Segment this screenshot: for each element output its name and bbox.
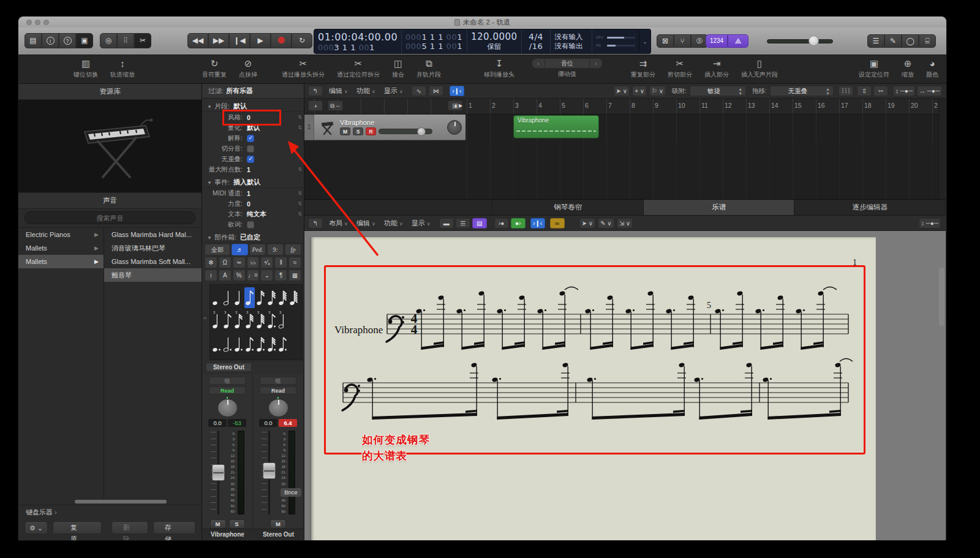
note-duration-cell[interactable]: [255, 334, 266, 355]
loops-icon[interactable]: ◯: [902, 34, 919, 48]
checkbox[interactable]: [247, 221, 254, 228]
note-duration-cell[interactable]: [288, 287, 299, 308]
vertical-zoom-slider[interactable]: ↕ ─●─: [893, 86, 915, 96]
inspector-row[interactable]: 力度:0⇅: [202, 198, 304, 209]
menu-edit[interactable]: 编辑 ∨: [356, 219, 375, 228]
partbox-all-button[interactable]: 全部: [205, 244, 230, 255]
note-duration-cell[interactable]: 3: [277, 311, 288, 331]
inspector-row[interactable]: 歌词:: [202, 219, 304, 230]
tempo-category-icon[interactable]: ♩=: [247, 270, 260, 281]
toolbar-item-keyboard[interactable]: ▥键位切换: [74, 58, 98, 79]
note-duration-cell[interactable]: [211, 334, 222, 355]
snap-select[interactable]: 敏捷▲▼: [690, 86, 746, 96]
bar-ruler[interactable]: ＋ ⧉＋ ▣ 123456789101112131415161718192021…: [304, 99, 946, 115]
track-solo-button[interactable]: S: [353, 127, 363, 135]
volume-thumb[interactable]: [809, 36, 819, 46]
nudge-left-icon[interactable]: ‹: [532, 58, 545, 69]
save-button[interactable]: 存储...: [153, 521, 195, 534]
trill-category-icon[interactable]: ≈: [288, 257, 301, 268]
tuning-fork-icon[interactable]: ⑂: [674, 34, 691, 48]
note-duration-cell[interactable]: [233, 287, 244, 308]
automation-icon[interactable]: ∿: [412, 86, 426, 96]
pan-value[interactable]: 0.0: [208, 419, 227, 427]
note-duration-cell[interactable]: 3: [211, 311, 222, 331]
toolbar-item-spot-erase[interactable]: ⊘点抹掉: [239, 58, 257, 79]
note-duration-cell[interactable]: [211, 287, 222, 308]
menu-view[interactable]: 显示 ∨: [384, 86, 403, 96]
midi-out-icon[interactable]: ●›: [511, 218, 526, 228]
info-icon[interactable]: i: [42, 33, 59, 48]
tuner-icon[interactable]: ◎: [100, 33, 117, 48]
toolbar-item-set-locators[interactable]: ▣设定定位符: [859, 58, 889, 79]
filter-header[interactable]: 过滤:所有乐器: [202, 84, 304, 99]
timesig-category-icon[interactable]: ⁴⁄₄: [260, 257, 273, 268]
dynamics-category-icon[interactable]: fp: [285, 244, 301, 255]
stepper-icon[interactable]: ⇅: [298, 167, 302, 172]
bounce-button[interactable]: Bnce: [281, 488, 301, 497]
pencil-tool-icon[interactable]: ✎ ∨: [598, 218, 614, 228]
note-pads-icon[interactable]: ✎: [884, 34, 902, 48]
pointer-tool-icon[interactable]: ➤ ∨: [614, 86, 630, 96]
back-arrow-icon[interactable]: ↰: [308, 86, 323, 96]
rewind-icon[interactable]: ◀◀: [187, 33, 208, 48]
catch-playhead-icon[interactable]: ›❙‹: [530, 218, 545, 228]
toolbar-item-insert-section[interactable]: ⇥插入部分: [704, 58, 729, 79]
delete-button[interactable]: 删除: [111, 521, 148, 534]
midi-region-vibraphone[interactable]: Vibraphone: [513, 115, 599, 138]
cycle-icon[interactable]: ↻: [292, 33, 312, 48]
count-in-icon[interactable]: 1234: [706, 34, 728, 48]
group-button[interactable]: 组: [209, 377, 246, 385]
media-browser-icon[interactable]: ⌸: [919, 34, 936, 48]
toolbar-item-cut-section[interactable]: ✂剪切部分: [668, 58, 692, 79]
page-view-icon[interactable]: ▤: [472, 218, 487, 228]
nudge-value[interactable]: 音位: [545, 58, 589, 69]
solo-button[interactable]: S: [229, 519, 245, 529]
track-name[interactable]: Vibraphone: [340, 119, 443, 126]
event-section-header[interactable]: ▼事件:插入默认: [202, 176, 304, 188]
help-icon[interactable]: ?: [59, 33, 76, 48]
stepper-icon[interactable]: ⇅: [298, 115, 302, 120]
note-duration-cell[interactable]: [255, 287, 266, 308]
note-duration-cell[interactable]: [222, 334, 233, 355]
note-duration-cell[interactable]: [244, 287, 255, 308]
stepper-icon[interactable]: ⇅: [298, 211, 302, 217]
search-input[interactable]: [24, 211, 195, 224]
mute-button[interactable]: M: [210, 519, 226, 529]
category-item[interactable]: Mallets▶: [18, 255, 104, 268]
secondary-tool-icon[interactable]: + ∨: [632, 86, 647, 96]
note-duration-cell[interactable]: 3: [233, 311, 244, 331]
pan-knob[interactable]: [217, 399, 238, 417]
palette-handle[interactable]: =: [203, 284, 209, 360]
toolbar-item-split-playhead[interactable]: ✂通过播放头拆分: [282, 58, 325, 79]
stepper-icon[interactable]: ⇅: [298, 125, 302, 130]
note-duration-cell[interactable]: [277, 334, 288, 355]
scissors-icon[interactable]: ✂: [134, 33, 151, 48]
inspector-row[interactable]: 文本:纯文本⇅: [202, 209, 304, 219]
note-duration-cell[interactable]: 3: [255, 311, 266, 331]
menu-edit[interactable]: 编辑 ∨: [329, 86, 348, 96]
paragraph-category-icon[interactable]: ¶: [274, 270, 287, 281]
track-volume-slider[interactable]: [379, 129, 432, 134]
toolbar-item-insert-silence[interactable]: ▯插入无声片段: [741, 58, 778, 79]
pedal-category-icon[interactable]: Ped.: [249, 244, 266, 255]
note-duration-cell[interactable]: 3: [222, 311, 233, 331]
fader-thumb[interactable]: [263, 462, 276, 479]
empty-lanes[interactable]: [466, 140, 938, 199]
rest-category-icon[interactable]: ≀: [205, 270, 217, 281]
toolbar-item-join[interactable]: ◫接合: [392, 58, 404, 79]
fit-horizontal-icon[interactable]: ⇿: [873, 86, 888, 96]
flex-icon[interactable]: ⋈: [429, 86, 443, 96]
playhead-marker[interactable]: ▶: [459, 103, 462, 108]
lcd-mode-chevron-icon[interactable]: ⌄: [639, 29, 651, 54]
go-to-beginning-icon[interactable]: ❙◀: [229, 33, 250, 48]
menu-view[interactable]: 显示 ∨: [412, 219, 431, 228]
text-category-icon[interactable]: A: [219, 270, 232, 281]
level-value[interactable]: -53: [228, 419, 246, 427]
track-header[interactable]: 1 Vibraphone M S: [304, 115, 466, 140]
note-duration-cell[interactable]: 3: [244, 311, 255, 331]
note-duration-cell[interactable]: [244, 334, 255, 355]
volume-fader[interactable]: [262, 431, 276, 515]
toolbar-item-note-repeat[interactable]: ↻音符重复: [202, 58, 227, 79]
clef-category-icon[interactable]: 9:: [267, 244, 284, 255]
inspector-row[interactable]: 最大附点数:1⇅: [202, 164, 304, 175]
